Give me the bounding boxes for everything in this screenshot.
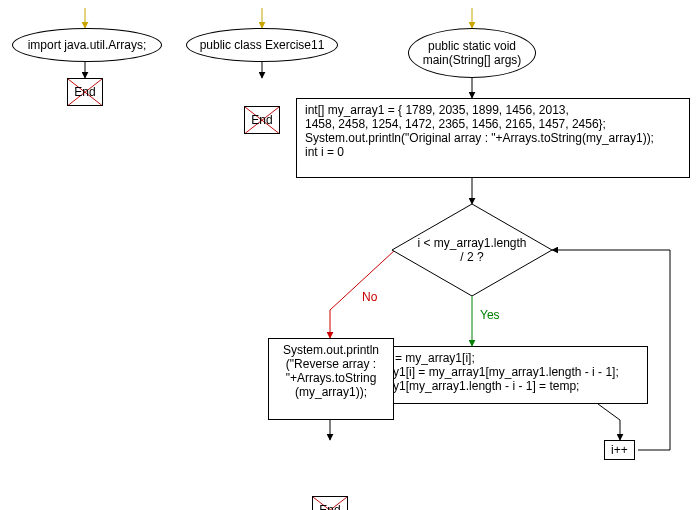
print-l2: ("Reverse array : bbox=[286, 357, 376, 371]
flow-arrows bbox=[0, 0, 699, 510]
node-main: public static void main(String[] args) bbox=[408, 28, 536, 78]
node-condition: i < my_array1.length / 2 ? bbox=[392, 204, 552, 296]
print-l1: System.out.println bbox=[283, 343, 379, 357]
node-print: System.out.println ("Reverse array : "+A… bbox=[268, 338, 394, 420]
node-end-2: End bbox=[244, 106, 280, 134]
node-class: public class Exercise11 bbox=[186, 28, 338, 62]
cond-l2: / 2 ? bbox=[460, 250, 483, 264]
init-l3: System.out.println("Original array : "+A… bbox=[305, 131, 654, 145]
end-label: End bbox=[74, 85, 95, 99]
node-end-1: End bbox=[67, 78, 103, 106]
print-l4: (my_array1)); bbox=[295, 385, 367, 399]
init-l2: 1458, 2458, 1254, 1472, 2365, 1456, 2165… bbox=[305, 117, 606, 131]
init-l4: int i = 0 bbox=[305, 145, 344, 159]
edge-no-label: No bbox=[362, 290, 377, 304]
print-l3: "+Arrays.toString bbox=[286, 371, 377, 385]
node-init: int[] my_array1 = { 1789, 2035, 1899, 14… bbox=[296, 98, 690, 178]
end-label: End bbox=[319, 503, 340, 510]
node-import-text: import java.util.Arrays; bbox=[28, 38, 147, 52]
node-inc: i++ bbox=[604, 440, 635, 460]
node-import: import java.util.Arrays; bbox=[12, 28, 162, 62]
end-label: End bbox=[251, 113, 272, 127]
init-l1: int[] my_array1 = { 1789, 2035, 1899, 14… bbox=[305, 103, 569, 117]
edge-yes-label: Yes bbox=[480, 308, 500, 322]
main-l1: public static void bbox=[428, 39, 516, 53]
inc-text: i++ bbox=[611, 443, 628, 457]
node-end-3: End bbox=[312, 496, 348, 510]
node-class-text: public class Exercise11 bbox=[200, 38, 325, 52]
main-l2: main(String[] args) bbox=[423, 53, 522, 67]
cond-l1: i < my_array1.length bbox=[417, 236, 526, 250]
